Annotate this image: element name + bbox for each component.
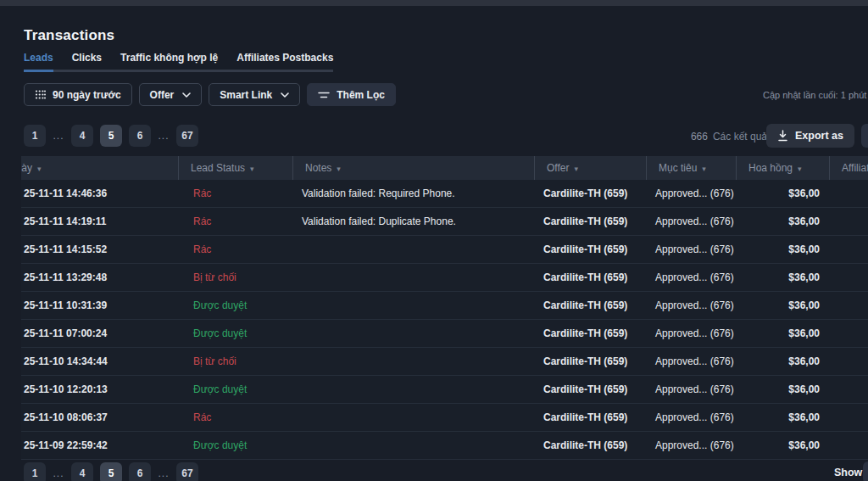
page-button-67[interactable]: 67	[176, 125, 198, 147]
last-updated-text: Cập nhật lần cuối: 1 phút trước	[763, 90, 868, 100]
cell-commission: $36,00	[736, 348, 829, 375]
cell-lead-status: Rác	[178, 404, 292, 431]
table-row: 25-11-11 07:00:24 Được duyệt Cardilite-T…	[21, 319, 868, 347]
chevron-down-icon	[182, 92, 191, 98]
cell-affiliate	[829, 208, 868, 235]
more-filters-label: Thêm Lọc	[337, 89, 385, 101]
cell-commission: $36,00	[736, 432, 829, 459]
table-row: 25-11-11 14:15:52 Rác Cardilite-TH (659)…	[21, 235, 868, 263]
cell-commission: $36,00	[736, 292, 829, 319]
table-row: 25-11-11 10:31:39 Được duyệt Cardilite-T…	[21, 291, 868, 319]
cell-affiliate	[829, 292, 868, 319]
tab-clicks[interactable]: Clicks	[72, 48, 102, 72]
cell-affiliate	[829, 264, 868, 291]
show-per-page-label: Show:	[834, 467, 866, 478]
cell-offer: Cardilite-TH (659)	[534, 236, 646, 263]
pagination-ellipsis: ...	[158, 467, 170, 479]
page-button-4[interactable]: 4	[71, 125, 93, 147]
cell-commission: $36,00	[736, 404, 829, 431]
cell-commission: $36,00	[736, 180, 829, 207]
date-range-button[interactable]: 90 ngày trước	[24, 83, 132, 106]
cell-affiliate	[829, 404, 868, 431]
column-header-commission[interactable]: Hoa hồng▾	[736, 156, 829, 180]
sort-caret-icon: ▾	[337, 165, 341, 173]
cell-date: 25-11-11 14:19:11	[21, 208, 178, 235]
cell-goal: Approved... (676)	[646, 432, 736, 459]
export-as-button[interactable]: Export as	[766, 124, 854, 148]
cell-affiliate	[829, 236, 868, 263]
page-button-1[interactable]: 1	[24, 125, 46, 147]
cell-lead-status: Rác	[178, 236, 292, 263]
offer-filter-label: Offer	[150, 89, 175, 101]
tab-bar: Leads Clicks Traffic không hợp lệ Affili…	[24, 48, 333, 72]
column-header-offer[interactable]: Offer▾	[534, 156, 646, 180]
column-header-date[interactable]: Ngày▾	[21, 156, 178, 180]
results-count-label: Các kết quả	[713, 131, 767, 143]
cell-lead-status: Bị từ chối	[178, 348, 292, 375]
table-row: 25-11-11 14:19:11 Rác Validation failed:…	[21, 207, 868, 235]
cell-commission: $36,00	[736, 320, 829, 347]
column-header-lead-status[interactable]: Lead Status▾	[178, 156, 292, 180]
table-row: 25-11-10 08:06:37 Rác Cardilite-TH (659)…	[21, 403, 868, 431]
cell-offer: Cardilite-TH (659)	[534, 180, 646, 207]
page-button-67[interactable]: 67	[176, 462, 198, 481]
cell-date: 25-11-11 07:00:24	[21, 320, 178, 347]
cell-offer: Cardilite-TH (659)	[534, 348, 646, 375]
calendar-grid-icon	[35, 89, 46, 100]
cell-offer: Cardilite-TH (659)	[534, 264, 646, 291]
sort-caret-icon: ▾	[250, 165, 254, 173]
smart-link-filter-label: Smart Link	[220, 89, 272, 101]
cell-note	[292, 432, 534, 459]
export-as-label: Export as	[795, 130, 843, 142]
page-button-5-active[interactable]: 5	[100, 462, 122, 481]
cell-date: 25-11-10 12:20:13	[21, 376, 178, 403]
cell-note	[292, 292, 534, 319]
cell-date: 25-11-10 08:06:37	[21, 404, 178, 431]
cell-offer: Cardilite-TH (659)	[534, 292, 646, 319]
cell-lead-status: Được duyệt	[178, 320, 292, 347]
tab-affiliates-postbacks[interactable]: Affiliates Postbacks	[236, 48, 333, 72]
tab-invalid-traffic[interactable]: Traffic không hợp lệ	[120, 48, 218, 72]
cell-note: Validation failed: Duplicate Phone.	[292, 208, 534, 235]
page-button-6[interactable]: 6	[129, 462, 151, 481]
cell-note	[292, 348, 534, 375]
page-button-6[interactable]: 6	[129, 125, 151, 147]
page-button-5-active[interactable]: 5	[100, 125, 122, 147]
cell-goal: Approved... (676)	[646, 292, 736, 319]
cell-note: Validation failed: Required Phone.	[292, 180, 534, 207]
tab-leads[interactable]: Leads	[24, 48, 53, 72]
cell-offer: Cardilite-TH (659)	[534, 320, 646, 347]
filter-lines-icon	[318, 91, 330, 99]
sort-caret-icon: ▾	[37, 165, 42, 173]
more-filters-button[interactable]: Thêm Lọc	[307, 83, 396, 106]
cell-lead-status: Được duyệt	[178, 292, 292, 319]
cell-offer: Cardilite-TH (659)	[534, 376, 646, 403]
cell-note	[292, 236, 534, 263]
results-count-number: 666	[691, 131, 708, 143]
pagination-ellipsis: ...	[53, 130, 64, 142]
page-button-4[interactable]: 4	[71, 462, 93, 481]
offer-filter-dropdown[interactable]: Offer	[139, 83, 203, 106]
table-header-row: Ngày▾ Lead Status▾ Notes▾ Offer▾ Mục tiê…	[21, 156, 868, 180]
cell-note	[292, 376, 534, 403]
date-range-label: 90 ngày trước	[53, 89, 121, 101]
page-button-1[interactable]: 1	[24, 462, 46, 481]
column-header-affiliate[interactable]: Affiliate	[829, 156, 868, 180]
cell-date: 25-11-11 10:31:39	[21, 292, 178, 319]
column-header-notes[interactable]: Notes▾	[292, 156, 534, 180]
cell-commission: $36,00	[736, 236, 829, 263]
cell-offer: Cardilite-TH (659)	[534, 404, 646, 431]
cell-lead-status: Được duyệt	[178, 432, 292, 459]
column-header-goal[interactable]: Mục tiêu▾	[646, 156, 736, 180]
sort-caret-icon: ▾	[702, 165, 706, 173]
cell-affiliate	[829, 348, 868, 375]
cell-goal: Approved... (676)	[646, 376, 736, 403]
clipped-toolbar-button[interactable]	[861, 124, 868, 148]
pagination-top: 1 ... 4 5 6 ... 67	[24, 125, 198, 147]
cell-goal: Approved... (676)	[646, 208, 736, 235]
smart-link-filter-dropdown[interactable]: Smart Link	[209, 83, 300, 106]
page-size-select[interactable]	[863, 461, 868, 481]
cell-commission: $36,00	[736, 208, 829, 235]
cell-offer: Cardilite-TH (659)	[534, 208, 646, 235]
cell-commission: $36,00	[736, 264, 829, 291]
